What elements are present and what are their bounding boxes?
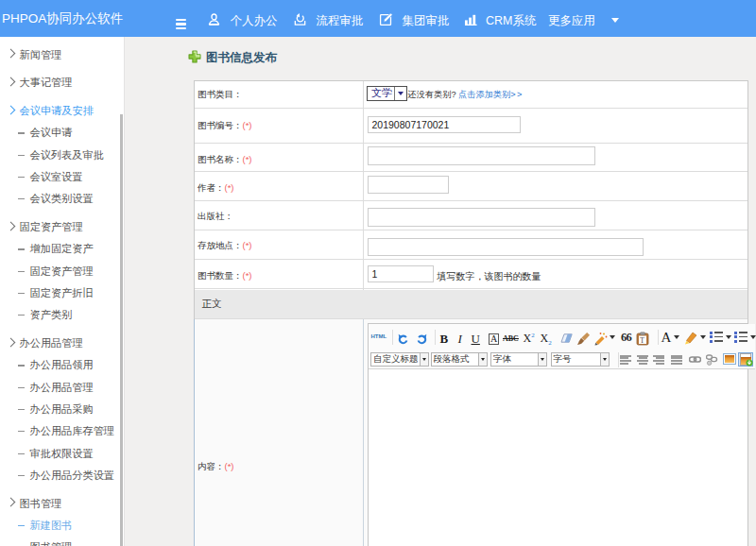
- svg-text:T: T: [640, 335, 644, 344]
